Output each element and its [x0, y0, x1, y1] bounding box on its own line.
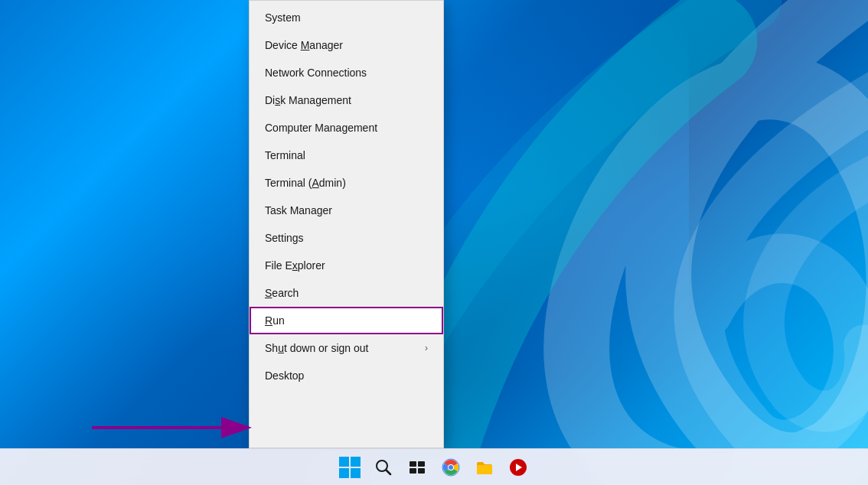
menu-item-network-connections[interactable]: Network Connections: [250, 59, 443, 86]
svg-rect-3: [351, 457, 361, 467]
arrow-indicator: [92, 412, 260, 443]
task-view-button[interactable]: [402, 452, 432, 483]
menu-item-disk-management-label: Disk Management: [265, 94, 351, 106]
menu-item-network-connections-label: Network Connections: [265, 67, 367, 79]
menu-item-task-manager-label: Task Manager: [265, 204, 332, 216]
menu-item-desktop-label: Desktop: [265, 369, 304, 382]
menu-item-shut-down-label: Shut down or sign out: [265, 342, 368, 354]
menu-item-system[interactable]: System: [250, 4, 443, 31]
context-menu: System Device Manager Network Connection…: [249, 0, 444, 448]
svg-rect-10: [410, 468, 416, 474]
menu-item-terminal-admin[interactable]: Terminal (Admin): [250, 169, 443, 197]
menu-item-desktop[interactable]: Desktop: [250, 362, 443, 389]
menu-item-disk-management[interactable]: Disk Management: [250, 86, 443, 114]
menu-item-settings[interactable]: Settings: [250, 224, 443, 252]
svg-rect-15: [477, 465, 492, 474]
menu-item-terminal-admin-label: Terminal (Admin): [265, 177, 346, 189]
menu-item-device-manager[interactable]: Device Manager: [250, 31, 443, 59]
file-explorer-button[interactable]: [469, 452, 500, 483]
menu-item-terminal-label: Terminal: [265, 149, 305, 161]
taskbar: [0, 448, 868, 485]
taskbar-icons: [334, 452, 534, 483]
menu-item-computer-management[interactable]: Computer Management: [250, 114, 443, 142]
menu-item-system-label: System: [265, 11, 301, 24]
menu-item-search[interactable]: Search: [250, 279, 443, 307]
svg-rect-5: [351, 468, 361, 478]
menu-item-device-manager-label: Device Manager: [265, 39, 343, 51]
svg-rect-11: [418, 468, 425, 474]
menu-item-task-manager[interactable]: Task Manager: [250, 197, 443, 224]
svg-rect-2: [339, 457, 349, 467]
menu-item-terminal[interactable]: Terminal: [250, 142, 443, 169]
menu-item-settings-label: Settings: [265, 232, 304, 244]
menu-item-file-explorer-label: File Explorer: [265, 259, 325, 272]
svg-rect-9: [418, 461, 425, 467]
menu-item-search-label: Search: [265, 287, 299, 299]
svg-rect-4: [339, 468, 349, 478]
menu-item-computer-management-label: Computer Management: [265, 122, 377, 134]
submenu-chevron-icon: ›: [425, 343, 428, 353]
svg-point-14: [449, 465, 453, 470]
menu-item-file-explorer[interactable]: File Explorer: [250, 252, 443, 279]
app-icon[interactable]: [503, 452, 534, 483]
chrome-button[interactable]: [436, 452, 466, 483]
start-button[interactable]: [334, 452, 365, 483]
menu-item-shut-down[interactable]: Shut down or sign out ›: [250, 334, 443, 362]
svg-line-7: [387, 470, 391, 474]
svg-rect-8: [410, 461, 416, 467]
menu-item-run[interactable]: Run: [250, 307, 443, 334]
menu-item-run-label: Run: [265, 314, 285, 327]
search-button[interactable]: [368, 452, 399, 483]
